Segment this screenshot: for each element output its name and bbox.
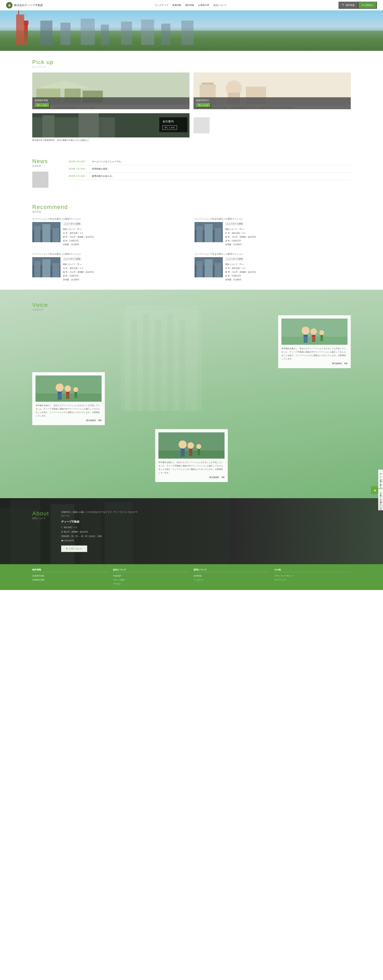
news-date-3: 2019年 6月 30日： xyxy=(68,175,89,178)
side-nav-item-1[interactable]: ほしい家への行き方。 xyxy=(378,469,383,488)
news-date-2: 2019年 7月 30日： xyxy=(68,167,89,170)
property-type-label-4: ニューポート新橋 xyxy=(225,257,244,261)
prop-sta-lbl-4: 最 寄 xyxy=(225,271,230,273)
footer-col-item-4-1[interactable]: プライバシーポリシー xyxy=(274,574,351,578)
property-type-label-1: ニューポート新橋 xyxy=(63,222,81,226)
voice-family-svg-3 xyxy=(158,433,225,458)
footer-col-1: 物件情報 賃貸物件情報 売買物件情報 xyxy=(32,568,109,586)
footer-col-item-3-1[interactable]: 採用情報 xyxy=(193,574,270,578)
company-overlay-btn[interactable]: 詳しくみる xyxy=(163,125,177,130)
footer-col-item-1-1[interactable]: 賃貸物件情報 xyxy=(32,574,109,578)
news-title-en: News xyxy=(32,158,57,164)
property-card-4: ニューポート新橋 間取りタイプ：75 ㎡ 住 所：港区赤坂一 1-1 最 寄：川… xyxy=(195,257,351,282)
pickup-btn-management[interactable]: 詳しくみる xyxy=(196,103,211,108)
prop-addr-lbl-2: 住 所 xyxy=(225,232,230,234)
logo: 🏠 株式会社ディープ不動産 xyxy=(6,2,43,8)
voice-text-2: 本年物件を購入し、自分たちでリノベーションをすることを予定していました。ディープ… xyxy=(35,404,101,417)
news-item-1: 2019年 8月 30日： ホームページをリニューアル。 xyxy=(68,158,351,165)
prop-mgmt-val-4: 15,000円 xyxy=(233,278,242,281)
footer-col-item-2-2[interactable]: スタッフ紹介 xyxy=(113,578,190,582)
pickup-label-management: 賃貸管理代行 詳しくみる xyxy=(193,97,351,109)
prop-sta-val-2: 川山手（新橋駅）徒歩10分 xyxy=(232,236,256,238)
prop-addr-val-4: 港区赤坂一 1-1 xyxy=(232,267,245,269)
news-title-jp: 新着情報 xyxy=(32,164,57,167)
svg-rect-24 xyxy=(42,115,54,137)
footer-col-4: その他 プライバシーポリシー サイトマップ xyxy=(274,568,351,586)
footer-col-item-2-3[interactable]: アクセス xyxy=(113,582,190,586)
property-info-4: ニューポート新橋 間取りタイプ：75 ㎡ 住 所：港区赤坂一 1-1 最 寄：川… xyxy=(225,257,351,282)
search-button[interactable]: 🔍 物件検索 xyxy=(339,2,358,9)
recommend-title-en: Recommend xyxy=(32,204,351,210)
voice-card-3: 本年物件を購入し、自分たちでリノベーションをすることを予定していました。ディープ… xyxy=(155,429,228,482)
prop-type-lbl-4: 間取りタイプ xyxy=(225,263,237,266)
prop-sta-val-3: 川山手（新橋駅）徒歩10分 xyxy=(70,271,94,273)
about-info-4: ☎ 1234-5678 xyxy=(61,539,138,543)
pickup-card-rental: 賃貸物件情報 詳しくみる 東京都港区、中央区、千代田区の賃貸集合や賃貸マンション… xyxy=(32,72,190,109)
property-card-2: ニューポート新橋 間取りタイプ：75 ㎡ 住 所：港区赤坂一 1-1 最 寄：川… xyxy=(195,222,351,247)
voice-title-jp: お客様の声 xyxy=(32,308,351,311)
prop-type-lbl-2: 間取りタイプ xyxy=(225,228,237,230)
prop-type-lbl-3: 間取りタイプ xyxy=(63,263,75,266)
recommend-left-col: リノベーションで生まれ変わった駅近マンション ニューポート新橋 間取りタイプ：7… xyxy=(32,217,188,247)
footer-col-item-1-2[interactable]: 売買物件情報 xyxy=(32,578,109,582)
property-card-1: ニューポート新橋 間取りタイプ：75 ㎡ 住 所：港区赤坂一 1-1 最 寄：川… xyxy=(32,222,188,247)
prop-price-lbl-4: 賃 料 xyxy=(225,275,230,277)
side-nav-item-2[interactable]: お住まいを売りたい方へ xyxy=(378,489,383,510)
footer-col-title-3: 採用について xyxy=(193,568,270,572)
svg-rect-30 xyxy=(34,226,40,242)
about-section: About 会社について 店舗内容をご確認にお越しくださる方はコチラをどうぞ。デ… xyxy=(0,498,383,564)
nav-properties[interactable]: 物件情報 xyxy=(185,4,194,7)
svg-rect-42 xyxy=(52,263,60,277)
news-text-2[interactable]: 採用情報を更新。 xyxy=(92,167,110,170)
prop-addr-val-3: 港区赤坂一 1-1 xyxy=(70,267,83,269)
voice-title-en: Voice xyxy=(32,302,351,308)
footer-grid: 物件情報 賃貸物件情報 売買物件情報 会社について 代表挨拶 スタッフ紹介 アク… xyxy=(32,568,351,586)
news-text-1[interactable]: ホームページをリニューアル。 xyxy=(92,160,123,163)
prop-addr-lbl-4: 住 所 xyxy=(225,267,230,269)
voice-card-row-3: 本年物件を購入し、自分たちでリノベーションをすることを予定していました。ディープ… xyxy=(32,429,351,482)
footer-col-item-3-2[interactable]: インターン xyxy=(193,578,270,582)
voice-card-img-1 xyxy=(282,318,348,345)
svg-rect-3 xyxy=(40,21,52,45)
footer-col-3: 採用について 採用情報 インターン xyxy=(193,568,270,586)
property-details-3: 間取りタイプ：75 ㎡ 住 所：港区赤坂一 1-1 最 寄：川山手（新橋駅）徒歩… xyxy=(63,262,188,282)
nav-about[interactable]: 会社について xyxy=(213,4,226,7)
voice-card-row-2: 本年物件を購入し、自分たちでリノベーションをすることを予定していました。ディープ… xyxy=(32,372,351,425)
nav-pickup[interactable]: ピックアップ xyxy=(155,4,168,7)
footer-col-title-1: 物件情報 xyxy=(32,568,109,572)
pickup-btn-rental[interactable]: 詳しくみる xyxy=(35,103,50,108)
footer-col-item-2-1[interactable]: 代表挨拶 xyxy=(113,574,190,578)
property-type-label-3: ニューポート新橋 xyxy=(63,257,81,261)
header-actions: 🔍 物件検索 ✉ お問合せ xyxy=(339,2,377,9)
voice-card-2: 本年物件を購入し、自分たちでリノベーションをすることを予定していました。ディープ… xyxy=(32,372,105,425)
about-contact-btn[interactable]: ▶ お問い合わせ xyxy=(61,546,87,552)
voice-cards-area: 本年物件を購入し、自分たちでリノベーションをすることを予定していました。ディープ… xyxy=(32,315,351,482)
svg-rect-9 xyxy=(161,24,170,45)
news-item-2: 2019年 7月 30日： 採用情報を更新。 xyxy=(68,165,351,173)
prop-price-lbl-2: 賃 料 xyxy=(225,240,230,242)
prop-mgmt-val-1: 15,000円 xyxy=(71,243,79,246)
nav-news[interactable]: 新着情報 xyxy=(173,4,181,7)
nav-voice[interactable]: お客様の声 xyxy=(198,4,209,7)
prop-addr-lbl-3: 住 所 xyxy=(63,267,68,269)
prop-mgmt-val-2: 15,000円 xyxy=(233,243,242,246)
svg-rect-45 xyxy=(196,261,203,277)
svg-rect-41 xyxy=(42,259,51,277)
news-section: News 新着情報 2019年 8月 30日： ホームページをリニューアル。 2… xyxy=(0,150,383,196)
svg-rect-10 xyxy=(181,21,193,45)
about-info-3: 営業時間：10：00 ～ 18：00（定休日：月曜） xyxy=(61,534,138,539)
about-right: 店舗内容をご確認にお越しくださる方はコチラをどうぞ。ディープについてはコチラをど… xyxy=(61,510,138,552)
pickup-label-rental: 賃貸物件情報 詳しくみる xyxy=(32,97,190,109)
contact-button[interactable]: ✉ お問合せ xyxy=(358,2,377,9)
scroll-top-btn[interactable]: ▲ xyxy=(371,486,379,494)
news-text-3[interactable]: 夏季休暇のお知らせ。 xyxy=(92,175,114,178)
svg-rect-63 xyxy=(282,337,348,345)
prop-price-val-1: 5,860万円 xyxy=(70,240,79,242)
prop-price-lbl-1: 賃 料 xyxy=(63,240,68,242)
prop-mgmt-lbl-2: 管理費 xyxy=(225,243,231,246)
property-details-1: 間取りタイプ：75 ㎡ 住 所：港区赤坂一 1-1 最 寄：川山手（新橋駅）徒歩… xyxy=(63,227,188,247)
footer-col-item-4-2[interactable]: サイトマップ xyxy=(274,578,351,582)
svg-point-67 xyxy=(65,385,71,392)
mail-icon: ✉ xyxy=(362,4,364,6)
voice-card-1: 本年物件を購入し、自分たちでリノベーションをすることを予定していました。ディープ… xyxy=(278,315,351,368)
